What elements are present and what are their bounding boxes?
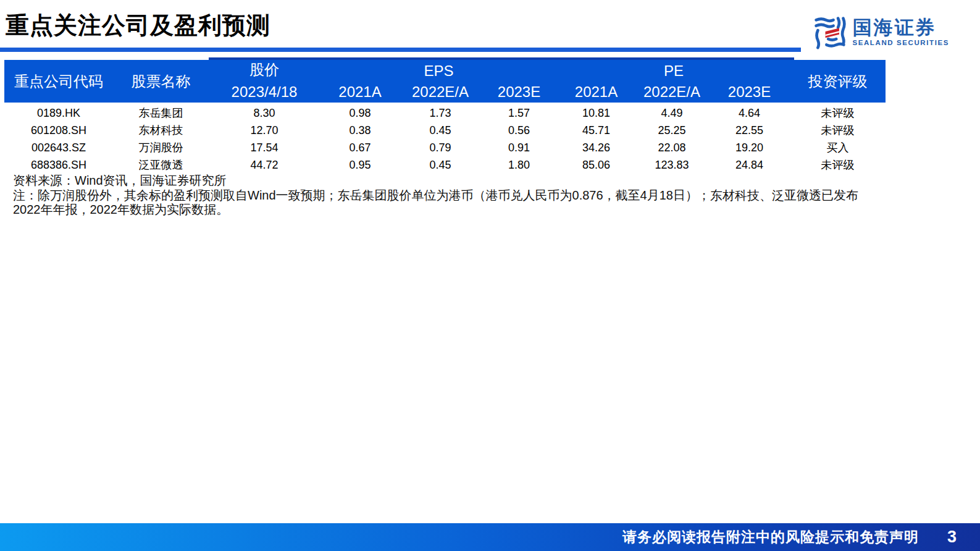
logo-subtitle: SEALAND SECURITIES — [852, 40, 949, 47]
cell-pe-2022: 123.83 — [635, 156, 709, 174]
cell-pe-2022: 4.49 — [635, 104, 709, 122]
logo-red-flag-icon — [826, 28, 839, 38]
cell-eps-2021: 0.95 — [320, 156, 400, 174]
cell-pe-2021: 45.71 — [558, 122, 635, 139]
cell-pe-2021: 10.81 — [558, 104, 635, 122]
cell-price: 44.72 — [209, 156, 320, 174]
cell-eps-2022: 0.79 — [400, 139, 480, 156]
cell-pe-2021: 34.26 — [558, 139, 635, 156]
cell-pe-2023: 22.55 — [709, 122, 790, 139]
source-note: 资料来源：Wind资讯，国海证券研究所 — [13, 174, 865, 188]
header-company-code: 重点公司代码 — [4, 60, 113, 103]
header-eps-2023e: 2023E — [480, 81, 558, 103]
table-body: 0189.HK 东岳集团 8.30 0.98 1.73 1.57 10.81 4… — [4, 104, 886, 174]
header-pe-2022ea: 2022E/A — [635, 81, 709, 103]
header-price-group: 股价 — [209, 60, 320, 81]
logo-text: 国海证券 SEALAND SECURITIES — [852, 18, 949, 47]
company-logo: 国海证券 SEALAND SECURITIES — [813, 15, 949, 49]
forecast-table: 重点公司代码 股票名称 股价 2023/4/18 EPS 2021A 2022E… — [4, 60, 886, 174]
cell-rating: 未评级 — [790, 156, 886, 174]
logo-name: 国海证券 — [852, 18, 949, 37]
table-row: 601208.SH 东材科技 12.70 0.38 0.45 0.56 45.7… — [4, 122, 886, 139]
table-header: 重点公司代码 股票名称 股价 2023/4/18 EPS 2021A 2022E… — [4, 60, 886, 103]
cell-rating: 买入 — [790, 139, 886, 156]
report-slide: 重点关注公司及盈利预测 国海证券 SEALAND SECURITIES — [0, 0, 980, 551]
cell-eps-2022: 0.45 — [400, 156, 480, 174]
table-row: 688386.SH 泛亚微透 44.72 0.95 0.45 1.80 85.0… — [4, 156, 886, 174]
cell-pe-2023: 24.84 — [709, 156, 790, 174]
cell-eps-2022: 0.45 — [400, 122, 480, 139]
cell-eps-2023: 0.91 — [480, 139, 558, 156]
cell-code: 688386.SH — [4, 156, 113, 174]
header-pe-2023e: 2023E — [709, 81, 790, 103]
sealand-logo-icon — [813, 15, 847, 49]
page-title: 重点关注公司及盈利预测 — [6, 10, 270, 41]
header-eps-2021a: 2021A — [320, 81, 400, 103]
header-pe-2021a: 2021A — [558, 81, 635, 103]
title-underline — [0, 48, 801, 52]
page-number: 3 — [947, 528, 957, 547]
cell-eps-2023: 1.57 — [480, 104, 558, 122]
cell-eps-2023: 0.56 — [480, 122, 558, 139]
footer-bar: 请务必阅读报告附注中的风险提示和免责声明 3 — [0, 523, 980, 551]
cell-eps-2021: 0.98 — [320, 104, 400, 122]
cell-price: 17.54 — [209, 139, 320, 156]
cell-pe-2021: 85.06 — [558, 156, 635, 174]
cell-eps-2023: 1.80 — [480, 156, 558, 174]
table-row: 002643.SZ 万润股份 17.54 0.67 0.79 0.91 34.2… — [4, 139, 886, 156]
cell-pe-2023: 4.64 — [709, 104, 790, 122]
cell-code: 002643.SZ — [4, 139, 113, 156]
table-notes: 资料来源：Wind资讯，国海证券研究所 注：除万润股份外，其余标的盈利预测取自W… — [13, 174, 865, 217]
header-price-date: 2023/4/18 — [209, 81, 320, 103]
footnote: 注：除万润股份外，其余标的盈利预测取自Wind一致预期；东岳集团股价单位为港币（… — [13, 188, 865, 217]
header-accent-strip — [209, 57, 794, 60]
cell-code: 601208.SH — [4, 122, 113, 139]
cell-eps-2021: 0.67 — [320, 139, 400, 156]
cell-eps-2022: 1.73 — [400, 104, 480, 122]
cell-name: 东材科技 — [113, 122, 209, 139]
cell-name: 东岳集团 — [113, 104, 209, 122]
header-rating: 投资评级 — [790, 60, 886, 103]
cell-rating: 未评级 — [790, 104, 886, 122]
cell-code: 0189.HK — [4, 104, 113, 122]
header-stock-name: 股票名称 — [113, 60, 209, 103]
header-pe-group: PE — [558, 60, 790, 81]
cell-price: 12.70 — [209, 122, 320, 139]
table-row: 0189.HK 东岳集团 8.30 0.98 1.73 1.57 10.81 4… — [4, 104, 886, 122]
cell-eps-2021: 0.38 — [320, 122, 400, 139]
cell-price: 8.30 — [209, 104, 320, 122]
header-eps-group: EPS — [320, 60, 558, 81]
cell-rating: 未评级 — [790, 122, 886, 139]
header-eps-2022ea: 2022E/A — [400, 81, 480, 103]
footer-disclaimer: 请务必阅读报告附注中的风险提示和免责声明 — [622, 528, 919, 547]
cell-name: 泛亚微透 — [113, 156, 209, 174]
cell-pe-2022: 22.08 — [635, 139, 709, 156]
cell-pe-2023: 19.20 — [709, 139, 790, 156]
cell-pe-2022: 25.25 — [635, 122, 709, 139]
cell-name: 万润股份 — [113, 139, 209, 156]
